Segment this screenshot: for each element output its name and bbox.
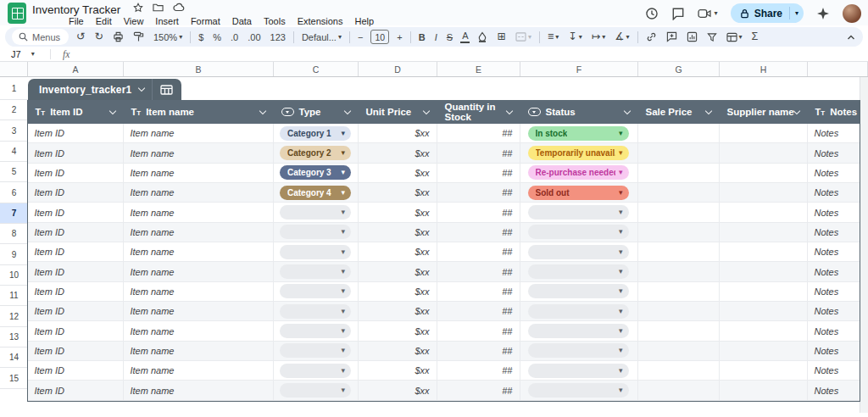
cell-status[interactable]: ▾ — [520, 381, 638, 399]
menu-help[interactable]: Help — [348, 15, 380, 27]
column-header-D[interactable]: D — [359, 62, 437, 76]
cell-item-id[interactable]: Item ID — [28, 342, 124, 360]
cell-item-id[interactable]: Item ID — [28, 124, 124, 142]
column-header-unit-price[interactable]: Unit Price — [359, 100, 437, 124]
cell-item-id[interactable]: Item ID — [28, 143, 124, 162]
type-dropdown-chip[interactable]: ▾ — [280, 245, 351, 259]
status-dropdown-chip[interactable]: In stock▾ — [528, 126, 629, 141]
status-dropdown-chip[interactable]: ▾ — [528, 264, 629, 279]
cell-status[interactable]: Temporarily unavail...▾ — [520, 143, 638, 162]
column-menu-caret-icon[interactable] — [704, 107, 711, 114]
collapse-toolbar-icon[interactable] — [846, 33, 856, 42]
cell-type[interactable]: Category 2▾ — [274, 143, 359, 162]
cell-supplier-name[interactable] — [720, 321, 808, 340]
cell-quantity[interactable]: ## — [437, 262, 520, 281]
cell-item-id[interactable]: Item ID — [28, 223, 124, 242]
cell-supplier-name[interactable] — [720, 282, 808, 301]
cell-notes[interactable]: Notes — [808, 361, 860, 380]
fill-color-button[interactable] — [476, 31, 489, 42]
status-dropdown-chip[interactable]: ▾ — [528, 383, 629, 398]
share-caret-icon[interactable]: ▾ — [795, 10, 798, 17]
formula-input[interactable] — [70, 47, 868, 61]
column-menu-caret-icon[interactable] — [623, 107, 630, 114]
column-menu-caret-icon[interactable] — [343, 107, 350, 114]
cell-supplier-name[interactable] — [720, 262, 808, 281]
cell-supplier-name[interactable] — [720, 124, 808, 142]
row-header-5[interactable]: 5 — [0, 162, 28, 182]
cell-type[interactable]: ▾ — [274, 282, 359, 301]
cell-supplier-name[interactable] — [720, 143, 808, 162]
column-header-H[interactable]: H — [720, 62, 808, 76]
cell-quantity[interactable]: ## — [437, 282, 520, 301]
type-dropdown-chip[interactable]: Category 3▾ — [280, 165, 351, 180]
cell-item-id[interactable]: Item ID — [28, 164, 124, 182]
cell-type[interactable]: ▾ — [274, 361, 359, 380]
column-header-A[interactable]: A — [28, 62, 124, 76]
cell-supplier-name[interactable] — [720, 302, 808, 320]
menu-format[interactable]: Format — [185, 15, 226, 27]
cell-sale-price[interactable] — [638, 321, 720, 340]
status-dropdown-chip[interactable]: ▾ — [528, 284, 629, 298]
cell-item-name[interactable]: Item name — [124, 223, 274, 242]
cell-sale-price[interactable] — [638, 183, 720, 202]
status-dropdown-chip[interactable]: ▾ — [528, 364, 629, 378]
cell-item-id[interactable]: Item ID — [28, 282, 124, 301]
cell-item-name[interactable]: Item name — [124, 183, 274, 202]
status-dropdown-chip[interactable]: ▾ — [528, 245, 629, 259]
cell-notes[interactable]: Notes — [808, 342, 860, 360]
column-header-G[interactable]: G — [638, 62, 720, 76]
menu-insert[interactable]: Insert — [149, 15, 185, 27]
insert-link-button[interactable] — [644, 31, 659, 42]
cell-item-name[interactable]: Item name — [124, 361, 274, 380]
cell-unit-price[interactable]: $xx — [359, 223, 437, 242]
cell-status[interactable]: ▾ — [520, 302, 638, 320]
row-header-2[interactable]: 2 — [0, 100, 28, 120]
type-dropdown-chip[interactable]: ▾ — [280, 383, 351, 398]
cell-type[interactable]: ▾ — [274, 262, 359, 281]
cell-status[interactable]: ▾ — [520, 223, 638, 242]
cell-unit-price[interactable]: $xx — [359, 143, 437, 162]
cell-item-id[interactable]: Item ID — [28, 262, 124, 281]
row-header-9[interactable]: 9 — [0, 244, 28, 264]
type-dropdown-chip[interactable]: Category 1▾ — [280, 126, 351, 141]
cloud-saved-icon[interactable] — [173, 3, 185, 12]
cell-supplier-name[interactable] — [720, 164, 808, 182]
gemini-sparkle-icon[interactable] — [816, 7, 830, 20]
cell-quantity[interactable]: ## — [437, 381, 520, 399]
decrease-font-size-button[interactable]: − — [356, 32, 364, 42]
column-header-type[interactable]: Type — [274, 100, 359, 124]
status-dropdown-chip[interactable]: ▾ — [528, 225, 629, 239]
column-header-supplier-name[interactable]: Supplier name — [720, 100, 808, 124]
type-dropdown-chip[interactable]: Category 2▾ — [280, 146, 351, 160]
sheets-logo-icon[interactable] — [8, 3, 26, 24]
column-header-E[interactable]: E — [437, 62, 520, 76]
menus-search-button[interactable]: Menus — [12, 29, 69, 45]
row-header-3[interactable]: 3 — [0, 120, 28, 141]
undo-button[interactable]: ↺ — [75, 31, 86, 42]
menu-edit[interactable]: Edit — [90, 15, 118, 27]
cell-supplier-name[interactable] — [720, 203, 808, 221]
row-header-14[interactable]: 14 — [0, 348, 28, 368]
cell-type[interactable]: ▾ — [274, 242, 359, 261]
cell-sale-price[interactable] — [638, 361, 720, 380]
cell-status[interactable]: Sold out▾ — [520, 183, 638, 202]
status-dropdown-chip[interactable]: ▾ — [528, 343, 629, 358]
cell-item-name[interactable]: Item name — [124, 302, 274, 320]
status-dropdown-chip[interactable]: ▾ — [528, 205, 629, 220]
cell-supplier-name[interactable] — [720, 183, 808, 202]
cell-type[interactable]: ▾ — [274, 321, 359, 340]
cell-item-name[interactable]: Item name — [124, 124, 274, 142]
column-header-B[interactable]: B — [124, 62, 274, 76]
text-rotation-button[interactable]: ∡ ▾ — [613, 31, 631, 42]
cell-sale-price[interactable] — [638, 242, 720, 261]
cell-notes[interactable]: Notes — [808, 321, 860, 340]
text-color-button[interactable]: A — [460, 31, 470, 43]
cell-type[interactable]: Category 3▾ — [274, 164, 359, 182]
type-dropdown-chip[interactable]: ▾ — [280, 324, 351, 338]
functions-button[interactable]: Σ — [750, 31, 760, 42]
cell-notes[interactable]: Notes — [808, 242, 860, 261]
cell-item-name[interactable]: Item name — [124, 381, 274, 399]
column-header-item-id[interactable]: TTItem ID — [28, 100, 124, 124]
cell-supplier-name[interactable] — [720, 381, 808, 399]
row-header-7[interactable]: 7 — [0, 203, 28, 224]
